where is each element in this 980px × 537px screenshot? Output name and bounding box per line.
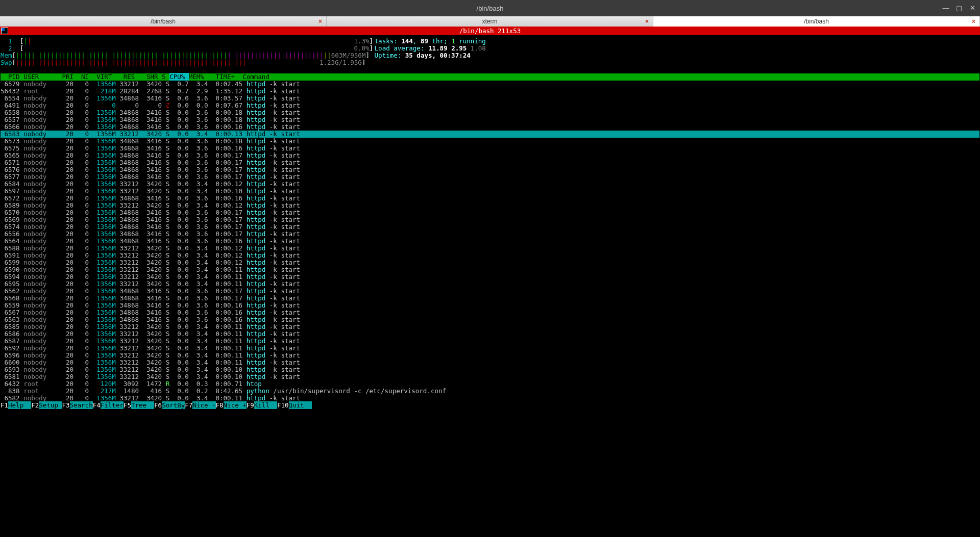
process-row[interactable]: 6568 nobody 20 0 1356M 34868 3416 S 0.0 … (1, 295, 979, 302)
tab-close-icon[interactable]: × (645, 18, 649, 25)
process-row[interactable]: 6557 nobody 20 0 1356M 34868 3416 S 0.0 … (1, 116, 979, 123)
process-row[interactable]: 6432 root 20 0 120M 3092 1472 R 0.0 0.3 … (1, 380, 979, 388)
process-row[interactable]: 6592 nobody 20 0 1356M 33212 3420 S 0.0 … (1, 345, 979, 352)
process-row[interactable]: 6577 nobody 20 0 1356M 34868 3416 S 0.0 … (1, 173, 979, 181)
process-row[interactable]: 6582 nobody 20 0 1356M 33212 3420 S 0.0 … (1, 395, 979, 402)
maximize-button[interactable]: ▢ (954, 3, 964, 12)
tab-1[interactable]: xterm× (327, 16, 653, 27)
tab-label: /bin/bash (804, 18, 829, 25)
process-row[interactable]: 6565 nobody 20 0 1356M 34868 3416 S 0.0 … (1, 152, 979, 159)
process-row[interactable]: 6569 nobody 20 0 1356M 34868 3416 S 0.0 … (1, 216, 979, 223)
process-row[interactable]: 6596 nobody 20 0 1356M 33212 3420 S 0.0 … (1, 352, 979, 359)
process-row[interactable]: 6595 nobody 20 0 1356M 33212 3420 S 0.0 … (1, 280, 979, 288)
process-row[interactable]: 6589 nobody 20 0 1356M 33212 3420 S 0.0 … (1, 202, 979, 209)
tab-label: /bin/bash (151, 18, 176, 25)
process-row[interactable]: 6583 nobody 20 0 1356M 33212 3420 S 0.0 … (1, 131, 979, 138)
tab-close-icon[interactable]: × (972, 18, 975, 25)
process-row[interactable]: 6587 nobody 20 0 1356M 33212 3420 S 0.0 … (1, 338, 979, 345)
process-row[interactable]: 6600 nobody 20 0 1356M 33212 3420 S 0.0 … (1, 359, 979, 366)
window-titlebar: /bin/bash — ▢ ✕ (0, 0, 980, 16)
terminal-output[interactable]: 1 [|| 1.3%] Tasks: 144, 89 thr; 1 runnin… (0, 35, 980, 409)
htop-footer[interactable]: F1Help F2Setup F3SearchF4FilterF5Tree F6… (1, 402, 979, 409)
process-row[interactable]: 6567 nobody 20 0 1356M 34868 3416 S 0.0 … (1, 309, 979, 316)
process-row[interactable]: 6574 nobody 20 0 1356M 34868 3416 S 0.0 … (1, 223, 979, 231)
process-row[interactable]: 6566 nobody 20 0 1356M 34868 3416 S 0.0 … (1, 123, 979, 131)
tab-0[interactable]: /bin/bash× (0, 16, 327, 27)
process-row[interactable]: 6585 nobody 20 0 1356M 33212 3420 S 0.0 … (1, 323, 979, 330)
minimize-button[interactable]: — (941, 3, 950, 12)
process-row[interactable]: 6576 nobody 20 0 1356M 34868 3416 S 0.0 … (1, 166, 979, 173)
process-row[interactable]: 6586 nobody 20 0 1356M 33212 3420 S 0.0 … (1, 330, 979, 338)
process-row[interactable]: 6579 nobody 20 0 1356M 33212 3420 S 0.7 … (1, 81, 979, 88)
process-header-row[interactable]: PID USER PRI NI VIRT RES SHR S CPU% MEM%… (1, 73, 979, 81)
window-title: /bin/bash (477, 5, 504, 12)
process-row[interactable]: 6554 nobody 20 0 1356M 34868 3416 S 0.0 … (1, 95, 979, 102)
process-row[interactable]: 6562 nobody 20 0 1356M 34868 3416 S 0.0 … (1, 288, 979, 295)
process-row[interactable]: 6573 nobody 20 0 1356M 34868 3416 S 0.0 … (1, 138, 979, 145)
process-row[interactable]: 6564 nobody 20 0 1356M 34868 3416 S 0.0 … (1, 238, 979, 245)
tab-close-icon[interactable]: × (318, 18, 322, 25)
pane-indicator-icon (1, 28, 8, 34)
process-row[interactable]: 6599 nobody 20 0 1356M 33212 3420 S 0.0 … (1, 259, 979, 266)
process-row[interactable]: 6597 nobody 20 0 1356M 33212 3420 S 0.0 … (1, 188, 979, 195)
terminator-statusbar: /bin/bash 211x53 (0, 27, 980, 35)
process-row[interactable]: 6593 nobody 20 0 1356M 33212 3420 S 0.0 … (1, 366, 979, 373)
process-row[interactable]: 6581 nobody 20 0 1356M 33212 3420 S 0.0 … (1, 373, 979, 380)
process-list[interactable]: 6579 nobody 20 0 1356M 33212 3420 S 0.7 … (1, 81, 979, 402)
process-row[interactable]: 838 root 20 0 217M 1480 416 S 0.0 0.2 8:… (1, 388, 979, 395)
close-button[interactable]: ✕ (968, 3, 977, 12)
process-row[interactable]: 6591 nobody 20 0 1356M 33212 3420 S 0.0 … (1, 252, 979, 259)
process-row[interactable]: 6590 nobody 20 0 1356M 33212 3420 S 0.0 … (1, 266, 979, 273)
process-row[interactable]: 6559 nobody 20 0 1356M 34868 3416 S 0.0 … (1, 302, 979, 309)
process-row[interactable]: 6570 nobody 20 0 1356M 34868 3416 S 0.0 … (1, 209, 979, 216)
process-row[interactable]: 6572 nobody 20 0 1356M 34868 3416 S 0.0 … (1, 195, 979, 202)
process-row[interactable]: 6584 nobody 20 0 1356M 33212 3420 S 0.0 … (1, 181, 979, 188)
process-row[interactable]: 6556 nobody 20 0 1356M 34868 3416 S 0.0 … (1, 231, 979, 238)
process-row[interactable]: 6594 nobody 20 0 1356M 33212 3420 S 0.0 … (1, 273, 979, 280)
process-row[interactable]: 6558 nobody 20 0 1356M 34868 3416 S 0.0 … (1, 109, 979, 116)
process-row[interactable]: 6575 nobody 20 0 1356M 34868 3416 S 0.0 … (1, 145, 979, 152)
process-row[interactable]: 6491 nobody 20 0 0 0 0 Z 0.0 0.0 0:07.67… (1, 102, 979, 109)
status-text: /bin/bash 211x53 (459, 27, 521, 35)
tab-label: xterm (482, 18, 498, 25)
process-row[interactable]: 6563 nobody 20 0 1356M 34868 3416 S 0.0 … (1, 316, 979, 323)
process-row[interactable]: 6588 nobody 20 0 1356M 33212 3420 S 0.0 … (1, 245, 979, 252)
process-row[interactable]: 6571 nobody 20 0 1356M 34868 3416 S 0.0 … (1, 159, 979, 166)
process-row[interactable]: 56432 root 20 0 218M 28284 2768 S 0.7 2.… (1, 88, 979, 95)
tab-2[interactable]: /bin/bash× (653, 16, 980, 27)
tab-bar: /bin/bash×xterm×/bin/bash× (0, 16, 980, 27)
